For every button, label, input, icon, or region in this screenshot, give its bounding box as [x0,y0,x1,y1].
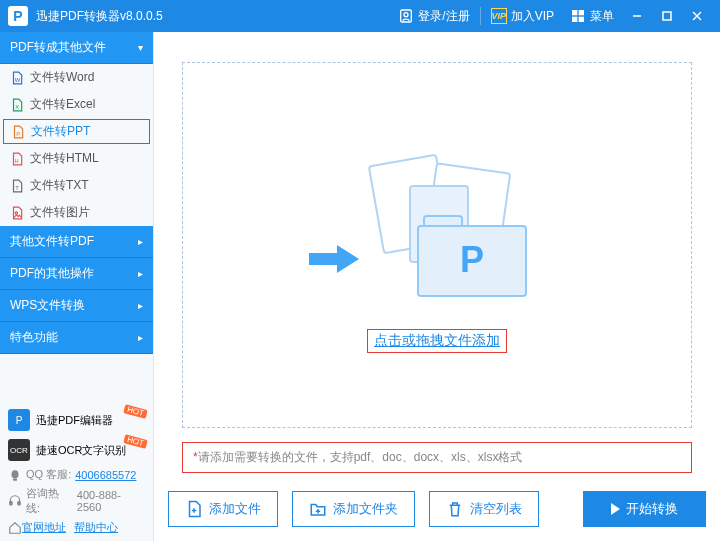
clear-list-button[interactable]: 清空列表 [429,491,539,527]
chevron-right-icon: ▸ [138,268,143,279]
txt-file-icon: T [10,179,24,193]
sidebar-item-html[interactable]: H 文件转HTML [0,145,153,172]
site-link[interactable]: 官网地址 [22,520,66,535]
button-label: 清空列表 [470,500,522,518]
category-label: 其他文件转PDF [10,233,94,250]
category-special[interactable]: 特色功能 ▸ [0,322,153,354]
titlebar: P 迅捷PDF转换器v8.0.0.5 登录/注册 VIP 加入VIP 菜单 [0,0,720,32]
footer-toolbar: 添加文件 添加文件夹 清空列表 开始转换 [154,481,720,541]
item-label: 文件转HTML [30,150,99,167]
sidebar-bottom: P 迅捷PDF编辑器 HOT OCR 捷速OCR文字识别 HOT QQ 客服: … [0,405,153,541]
app-logo-icon: P [8,6,28,26]
minimize-button[interactable] [622,0,652,32]
svg-point-16 [12,470,19,478]
sidebar-item-ppt[interactable]: P 文件转PPT [3,119,150,144]
drop-text: 点击或拖拽文件添加 [367,329,507,353]
phone-label: 咨询热线: [26,486,73,516]
home-icon [8,521,22,535]
menu-button[interactable]: 菜单 [562,0,622,32]
chevron-right-icon: ▸ [138,236,143,247]
app-title: 迅捷PDF转换器v8.0.0.5 [36,8,163,25]
sidebar: PDF转成其他文件 ▾ W 文件转Word X 文件转Excel P 文件转PP… [0,32,154,541]
login-button[interactable]: 登录/注册 [390,0,477,32]
svg-text:P: P [16,130,20,136]
close-button[interactable] [682,0,712,32]
excel-file-icon: X [10,98,24,112]
help-link[interactable]: 帮助中心 [74,520,118,535]
html-file-icon: H [10,152,24,166]
chevron-down-icon: ▾ [138,42,143,53]
qq-number-link[interactable]: 4006685572 [75,469,136,481]
add-file-button[interactable]: 添加文件 [168,491,278,527]
play-icon [611,503,620,515]
vip-label: 加入VIP [511,8,554,25]
grid-icon [570,8,586,24]
hint-text: 请添加需要转换的文件，支持pdf、doc、docx、xls、xlsx格式 [198,450,523,464]
login-label: 登录/注册 [418,8,469,25]
item-label: 文件转PPT [31,123,90,140]
content: P 点击或拖拽文件添加 *请添加需要转换的文件，支持pdf、doc、docx、x… [154,32,720,541]
button-label: 开始转换 [626,500,678,518]
phone-contact: 咨询热线: 400-888-2560 [0,484,153,518]
category-label: WPS文件转换 [10,297,85,314]
qq-icon [8,468,22,482]
item-label: 文件转图片 [30,204,90,221]
sidebar-item-txt[interactable]: T 文件转TXT [0,172,153,199]
separator [480,7,481,25]
category-other-to-pdf[interactable]: 其他文件转PDF ▸ [0,226,153,258]
category-pdf-ops[interactable]: PDF的其他操作 ▸ [0,258,153,290]
vip-button[interactable]: VIP 加入VIP [483,0,562,32]
add-folder-icon [309,500,327,518]
category-label: 特色功能 [10,329,58,346]
item-label: 文件转Excel [30,96,95,113]
svg-rect-18 [10,502,12,505]
svg-point-15 [15,211,17,213]
promo-label: 迅捷PDF编辑器 [36,413,113,428]
svg-rect-2 [572,10,577,15]
qq-contact: QQ 客服: 4006685572 [0,465,153,484]
add-file-icon [185,500,203,518]
vip-badge-icon: VIP [491,8,507,24]
file-drop-illustration-icon: P [327,137,547,317]
promo-ocr[interactable]: OCR 捷速OCR文字识别 HOT [0,435,153,465]
hot-badge: HOT [123,404,147,419]
trash-icon [446,500,464,518]
svg-rect-19 [18,502,20,505]
button-label: 添加文件 [209,500,261,518]
sidebar-item-image[interactable]: 文件转图片 [0,199,153,226]
category-label: PDF转成其他文件 [10,39,106,56]
qq-label: QQ 客服: [26,467,71,482]
category-label: PDF的其他操作 [10,265,94,282]
sidebar-item-word[interactable]: W 文件转Word [0,64,153,91]
add-folder-button[interactable]: 添加文件夹 [292,491,415,527]
item-label: 文件转Word [30,69,94,86]
format-hint: *请添加需要转换的文件，支持pdf、doc、docx、xls、xlsx格式 [182,442,692,473]
menu-label: 菜单 [590,8,614,25]
svg-rect-3 [579,10,584,15]
svg-text:X: X [15,103,19,109]
word-file-icon: W [10,71,24,85]
drop-area[interactable]: P 点击或拖拽文件添加 [182,62,692,428]
category-pdf-to-other[interactable]: PDF转成其他文件 ▾ [0,32,153,64]
button-label: 添加文件夹 [333,500,398,518]
svg-point-17 [13,478,18,480]
ocr-icon: OCR [8,439,30,461]
svg-text:W: W [15,76,21,82]
sidebar-item-excel[interactable]: X 文件转Excel [0,91,153,118]
svg-rect-4 [572,17,577,22]
maximize-button[interactable] [652,0,682,32]
category-wps[interactable]: WPS文件转换 ▸ [0,290,153,322]
start-convert-button[interactable]: 开始转换 [583,491,706,527]
bottom-links: 官网地址 帮助中心 [0,518,153,541]
image-file-icon [10,206,24,220]
phone-value: 400-888-2560 [77,489,145,513]
svg-rect-5 [579,17,584,22]
chevron-right-icon: ▸ [138,300,143,311]
hot-badge: HOT [123,434,147,449]
chevron-right-icon: ▸ [138,332,143,343]
pdf-editor-icon: P [8,409,30,431]
promo-pdf-editor[interactable]: P 迅捷PDF编辑器 HOT [0,405,153,435]
user-icon [398,8,414,24]
svg-rect-7 [663,12,671,20]
svg-text:H: H [15,157,19,163]
